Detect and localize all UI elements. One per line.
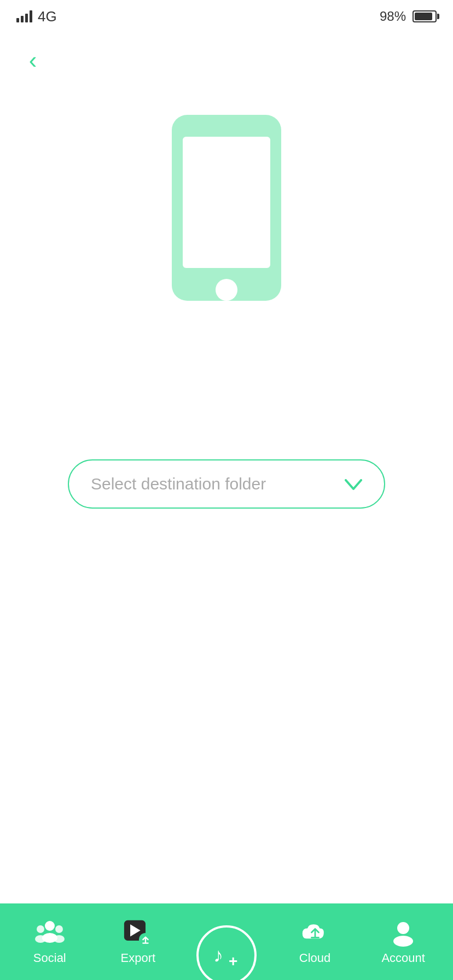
social-label: Social (33, 951, 66, 965)
status-right: 98% (380, 9, 437, 24)
signal-bar-2 (21, 16, 24, 22)
svg-point-6 (35, 935, 46, 943)
nav-item-cloud[interactable]: Cloud (271, 918, 359, 965)
cloud-icon (300, 918, 330, 948)
svg-point-5 (37, 925, 44, 933)
phone-icon (166, 109, 287, 317)
svg-point-17 (393, 936, 413, 947)
nav-item-social[interactable]: Social (5, 918, 94, 965)
account-icon (388, 918, 418, 948)
phone-illustration (166, 109, 287, 317)
back-chevron-icon: ‹ (29, 48, 37, 72)
svg-text:+: + (229, 953, 237, 970)
battery-percentage: 98% (380, 9, 406, 24)
network-label: 4G (38, 8, 57, 25)
svg-point-2 (216, 279, 237, 301)
signal-bar-1 (16, 18, 19, 22)
signal-bar-3 (25, 14, 28, 22)
bottom-navigation: Social Export ♪ (0, 903, 453, 980)
svg-point-3 (45, 921, 55, 931)
social-icon (35, 918, 65, 948)
svg-rect-1 (183, 137, 270, 268)
add-music-button[interactable]: ♪ + (196, 925, 257, 980)
chevron-down-icon (345, 475, 362, 493)
signal-bars (16, 10, 32, 22)
svg-point-7 (55, 925, 63, 933)
cloud-label: Cloud (299, 951, 330, 965)
battery-fill (415, 13, 432, 20)
select-folder-label: Select destination folder (91, 475, 266, 493)
signal-bar-4 (30, 10, 32, 22)
account-label: Account (381, 951, 425, 965)
status-left: 4G (16, 8, 57, 25)
nav-item-account[interactable]: Account (359, 918, 448, 965)
svg-point-16 (397, 922, 409, 934)
svg-point-8 (54, 935, 65, 943)
status-bar: 4G 98% (0, 0, 453, 33)
export-icon (123, 918, 153, 948)
select-folder-button[interactable]: Select destination folder (68, 459, 385, 509)
svg-text:♪: ♪ (213, 944, 223, 966)
export-label: Export (121, 951, 156, 965)
back-button[interactable]: ‹ (16, 44, 49, 77)
nav-item-export[interactable]: Export (94, 918, 183, 965)
battery-icon (413, 10, 437, 22)
